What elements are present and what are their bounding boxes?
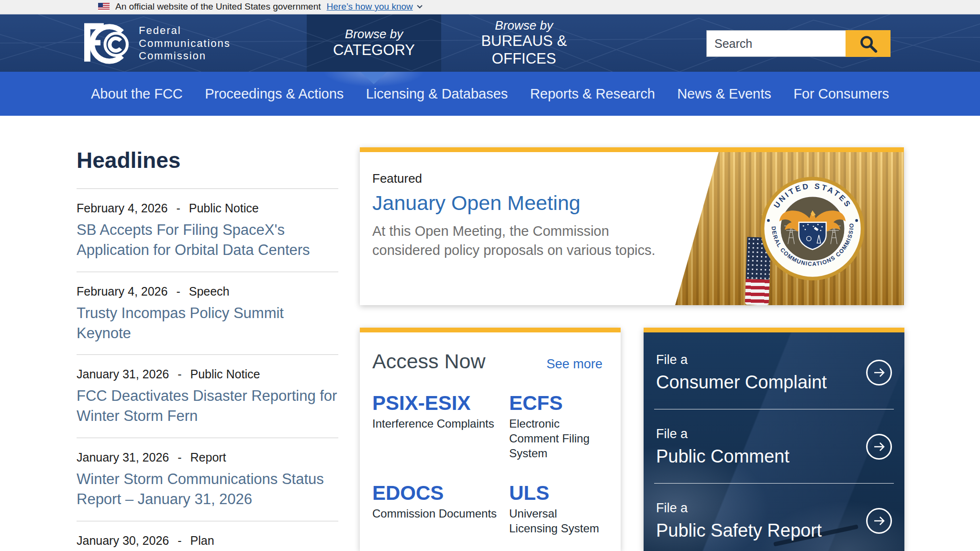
headline-item: January 31, 2026-Public Notice FCC Deact… [77,354,338,438]
fcc-logo-text: Federal Communications Commission [139,24,231,62]
gov-banner: An official website of the United States… [0,0,980,14]
file-public-safety-report[interactable]: File a Public Safety Report [654,483,894,551]
nav-reports-research[interactable]: Reports & Research [530,86,655,102]
headline-date: January 31, 2026 [77,367,169,381]
headline-link[interactable]: Winter Storm Communications Status Repor… [77,469,338,509]
file-a-card: File a Consumer Complaint File a Public … [644,328,904,551]
headline-date: January 31, 2026 [77,451,169,464]
headline-type: Public Notice [189,201,259,215]
headline-date: February 4, 2026 [77,285,167,298]
nav-news-events[interactable]: News & Events [677,86,771,102]
headlines-title: Headlines [77,147,338,173]
arrow-right-icon [866,508,892,534]
card-accent-bar [644,328,904,332]
featured-card: Featured January Open Meeting At this Op… [360,147,904,305]
fcc-logo-mark [81,23,131,64]
browse-by-bureaus-offices[interactable]: Browse by BUREAUS & OFFICES [450,14,598,72]
search-icon [857,33,879,55]
fcc-homepage: An official website of the United States… [0,0,980,551]
headline-link[interactable]: Trusty Incompas Policy Summit Keynote [77,303,338,343]
category-pointer [360,72,387,84]
headline-item: February 4, 2026-Public Notice SB Accept… [77,188,338,272]
headline-type: Speech [189,285,230,298]
access-now-card: Access Now See more PSIX-ESIX Interferen… [360,328,621,551]
banner-text: An official website of the United States… [115,1,321,12]
headline-link[interactable]: SB Accepts For Filing SpaceX's Applicati… [77,220,338,260]
nav-licensing-databases[interactable]: Licensing & Databases [366,86,508,102]
headline-link[interactable]: FCC Deactivates Disaster Reporting for W… [77,386,338,426]
search-input[interactable] [706,30,846,57]
access-item-ecfs: ECFS Electronic Comment Filing System [509,393,608,461]
primary-nav: About the FCC Proceedings & Actions Lice… [0,72,980,116]
featured-description: At this Open Meeting, the Commission con… [372,221,659,260]
access-now-grid: PSIX-ESIX Interference Complaints ECFS E… [360,373,621,551]
access-now-title: Access Now [372,350,486,373]
site-header: Federal Communications Commission Browse… [0,14,980,72]
nav-proceedings-actions[interactable]: Proceedings & Actions [205,86,344,102]
see-more-link[interactable]: See more [546,357,602,372]
us-flag-icon [98,3,110,11]
nav-for-consumers[interactable]: For Consumers [793,86,889,102]
nav-about-the-fcc[interactable]: About the FCC [91,86,183,102]
access-item-edocs: EDOCS Commission Documents [372,483,509,536]
headline-type: Report [190,451,226,464]
arrow-right-icon [866,360,892,386]
headline-date: February 4, 2026 [77,201,167,215]
fcc-seal: UNITED STATES FEDERAL COMMUNICATIONS COM… [758,174,867,283]
browse-by-category[interactable]: Browse by CATEGORY [307,14,441,72]
featured-title-link[interactable]: January Open Meeting [372,191,580,215]
headline-date: January 30, 2026 [77,534,169,547]
card-accent-bar [360,328,621,332]
file-public-comment[interactable]: File a Public Comment [654,409,894,483]
search-button[interactable] [846,30,891,57]
edocs-link[interactable]: EDOCS [372,483,509,503]
access-item-psix-esix: PSIX-ESIX Interference Complaints [372,393,509,461]
featured-label: Featured [372,171,422,186]
file-consumer-complaint[interactable]: File a Consumer Complaint [654,335,894,409]
headline-item: January 30, 2026-Plan FCC Plan for Order… [77,521,338,551]
headline-item: February 4, 2026-Speech Trusty Incompas … [77,272,338,355]
arrow-right-icon [866,434,892,460]
fcc-logo[interactable]: Federal Communications Commission [81,23,231,64]
search-form [706,30,891,57]
heres-how-you-know-link[interactable]: Here’s how you know [327,1,421,12]
headlines-section: Headlines February 4, 2026-Public Notice… [77,147,338,551]
banner-link-label: Here’s how you know [327,1,413,12]
uls-link[interactable]: ULS [509,483,608,503]
access-item-uls: ULS Universal Licensing System [509,483,608,536]
psix-esix-link[interactable]: PSIX-ESIX [372,393,509,413]
card-accent-bar [360,147,904,152]
headline-item: January 31, 2026-Report Winter Storm Com… [77,438,338,521]
headline-type: Plan [190,534,214,547]
headline-type: Public Notice [190,367,260,381]
headlines-list: February 4, 2026-Public Notice SB Accept… [77,188,338,551]
chevron-down-icon [417,3,422,8]
fcc-seal-photo: ✦ UNITED STATES FEDERAL COMMUNICATIONS [675,152,904,305]
ecfs-link[interactable]: ECFS [509,393,608,413]
